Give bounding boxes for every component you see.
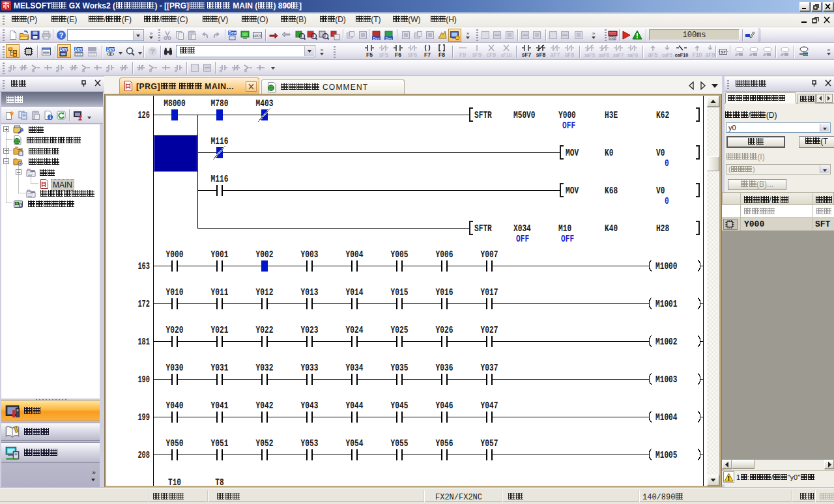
svg-text:Y051: Y051 <box>211 438 229 449</box>
svg-text:Y054: Y054 <box>346 438 364 449</box>
svg-text:Y023: Y023 <box>301 325 319 335</box>
svg-text:M116: M116 <box>211 136 229 147</box>
svg-text:sF7: sF7 <box>522 51 532 58</box>
svg-text:Y001: Y001 <box>211 249 229 260</box>
svg-text:0: 0 <box>665 196 669 206</box>
svg-text:M1001: M1001 <box>655 299 678 309</box>
svg-text:M10: M10 <box>558 223 571 234</box>
svg-text:H3E: H3E <box>605 110 618 120</box>
svg-text:Y017: Y017 <box>481 287 498 298</box>
svg-text:Y032: Y032 <box>256 363 274 373</box>
svg-text:208: 208 <box>137 450 150 460</box>
svg-text:Y007: Y007 <box>481 249 498 260</box>
svg-text:Dev: Dev <box>229 31 237 35</box>
svg-text:Y013: Y013 <box>301 287 319 298</box>
svg-text:F5: F5 <box>366 51 373 58</box>
svg-text:F9: F9 <box>459 51 466 58</box>
svg-text:Y055: Y055 <box>391 438 409 449</box>
svg-text:Y006: Y006 <box>436 249 453 260</box>
svg-text:Y000: Y000 <box>166 249 184 260</box>
svg-text:Y016: Y016 <box>436 287 453 298</box>
svg-text:saF6: saF6 <box>599 52 609 58</box>
svg-text:Y052: Y052 <box>256 438 274 449</box>
svg-text:Y056: Y056 <box>436 438 453 449</box>
svg-text:Y014: Y014 <box>346 287 364 298</box>
svg-text:199: 199 <box>137 412 150 423</box>
svg-text:M1005: M1005 <box>655 450 678 460</box>
svg-text:sF8: sF8 <box>536 51 546 58</box>
svg-text:aF7: aF7 <box>551 51 560 58</box>
svg-text:saF7: saF7 <box>613 52 624 58</box>
svg-text:Y015: Y015 <box>391 287 409 298</box>
svg-text:?: ? <box>151 48 155 55</box>
svg-text:Dev: Dev <box>60 47 68 51</box>
svg-text:aF9: aF9 <box>706 51 715 58</box>
svg-text:V0: V0 <box>656 148 665 158</box>
svg-text:Y031: Y031 <box>211 363 229 373</box>
svg-text:Y000: Y000 <box>558 110 576 120</box>
svg-text:172: 172 <box>137 299 150 309</box>
svg-text:Y003: Y003 <box>301 249 319 260</box>
svg-text:Y030: Y030 <box>166 363 184 373</box>
svg-text:cF9: cF9 <box>487 51 496 58</box>
svg-text:M1003: M1003 <box>655 374 678 385</box>
svg-text:SFTR: SFTR <box>474 110 492 120</box>
svg-text:K40: K40 <box>605 223 618 234</box>
svg-text:22g: 22g <box>610 36 615 40</box>
svg-text:T10: T10 <box>168 477 181 486</box>
svg-text:cF10: cF10 <box>501 52 511 58</box>
svg-text:sF5: sF5 <box>379 51 388 58</box>
svg-text:M1000: M1000 <box>655 261 678 272</box>
svg-text:Y042: Y042 <box>256 400 274 411</box>
svg-text:M116: M116 <box>211 174 229 184</box>
svg-text:Y036: Y036 <box>436 363 453 373</box>
svg-text:K0: K0 <box>605 148 613 158</box>
svg-text:V0: V0 <box>656 186 665 196</box>
svg-text:M1002: M1002 <box>655 337 678 347</box>
svg-text:i: i <box>50 115 51 120</box>
svg-text:Y010: Y010 <box>166 287 184 298</box>
svg-text:Dev: Dev <box>386 36 392 40</box>
svg-text:HKY: HKY <box>253 34 261 38</box>
svg-text:OFF: OFF <box>562 120 575 131</box>
svg-text:saF5: saF5 <box>584 52 595 58</box>
svg-text:Y005: Y005 <box>391 249 409 260</box>
svg-text:Y053: Y053 <box>301 438 319 449</box>
svg-text:Y002: Y002 <box>256 249 274 260</box>
svg-text:0: 0 <box>665 158 669 169</box>
svg-text:X034: X034 <box>513 223 531 234</box>
svg-text:Dev: Dev <box>373 36 380 40</box>
svg-text:F8: F8 <box>439 51 445 58</box>
svg-text:190: 190 <box>137 374 150 385</box>
svg-text:Y037: Y037 <box>481 363 498 373</box>
svg-text:MOV: MOV <box>566 148 579 158</box>
svg-text:Y026: Y026 <box>436 325 453 335</box>
svg-text:Y012: Y012 <box>256 287 274 298</box>
svg-text:F10: F10 <box>693 51 702 58</box>
svg-text:Y035: Y035 <box>391 363 409 373</box>
svg-text:K62: K62 <box>656 110 669 120</box>
svg-text:OFF: OFF <box>561 234 574 244</box>
svg-text:saF8: saF8 <box>627 52 638 58</box>
svg-text:Y057: Y057 <box>481 438 498 449</box>
svg-text:Y027: Y027 <box>481 325 498 335</box>
svg-text:181: 181 <box>137 337 150 347</box>
svg-text:SFTR: SFTR <box>474 223 492 234</box>
svg-text:aF8: aF8 <box>565 51 575 58</box>
svg-text:?: ? <box>59 31 64 39</box>
svg-text:M403: M403 <box>256 98 274 109</box>
svg-text:Y022: Y022 <box>256 325 274 335</box>
svg-text:M8000: M8000 <box>164 98 186 109</box>
svg-text:Y047: Y047 <box>481 400 498 411</box>
svg-text:F7: F7 <box>424 51 431 58</box>
svg-text:ST: ST <box>721 50 726 54</box>
svg-text:H28: H28 <box>656 223 669 234</box>
svg-text:K68: K68 <box>605 186 618 196</box>
svg-text:OFF: OFF <box>516 234 529 244</box>
svg-text:caF5: caF5 <box>662 52 672 58</box>
svg-text:M1004: M1004 <box>655 412 678 423</box>
svg-text:Y025: Y025 <box>391 325 409 335</box>
svg-text:M780: M780 <box>211 98 229 109</box>
svg-text:Y040: Y040 <box>166 400 184 411</box>
svg-text:Y050: Y050 <box>166 438 184 449</box>
